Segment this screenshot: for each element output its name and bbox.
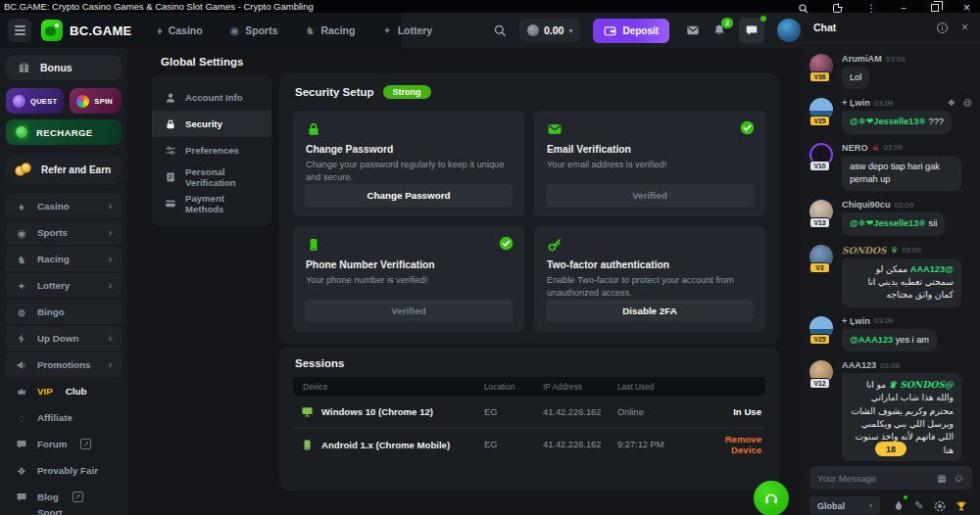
deposit-button[interactable]: Deposit bbox=[593, 19, 669, 43]
mention-link[interactable]: @❄❤Jesselle13❄ bbox=[850, 117, 926, 126]
mention-link[interactable]: @SONDOS ♛ bbox=[889, 379, 954, 390]
settings-tab-preferences[interactable]: Preferences bbox=[152, 137, 271, 164]
sidebar-item-sports[interactable]: ◉Sports› bbox=[6, 220, 122, 245]
racing-icon: ♞ bbox=[16, 254, 27, 265]
chat-username[interactable]: + Ļwin bbox=[842, 98, 870, 108]
settings-tab-personal-verification[interactable]: Personal Verification bbox=[152, 164, 271, 190]
menu-kebab-icon[interactable]: ⋮ bbox=[866, 3, 876, 14]
user-avatar[interactable] bbox=[777, 19, 801, 42]
remove-device-button[interactable]: Remove Device bbox=[715, 434, 765, 455]
chat-message: V3 SONDOS ♛ 03:09 @AAA123 ممكن لو سمحتي … bbox=[809, 245, 972, 307]
find-icon[interactable] bbox=[798, 3, 808, 14]
chevron-right-icon: › bbox=[109, 359, 112, 370]
chat-username[interactable]: NERO bbox=[842, 143, 868, 153]
devil-emoji: ☠ bbox=[872, 143, 880, 153]
chat-timestamp: 03:09 bbox=[895, 201, 914, 210]
chevron-down-icon: ▾ bbox=[568, 26, 572, 35]
level-badge: V3 bbox=[809, 262, 830, 273]
chat-rules-button[interactable]: ✎ bbox=[914, 499, 923, 512]
sidebar-item-sport-betting-insights[interactable]: ◈Sport Betting Insig...↗ bbox=[6, 511, 122, 515]
live-support-button[interactable] bbox=[754, 481, 789, 515]
sidebar-item-lottery[interactable]: ✦Lottery› bbox=[6, 273, 122, 298]
mention-link[interactable]: @❄❤Jesselle13❄ bbox=[850, 218, 926, 228]
chat-username[interactable]: ArumiAM bbox=[842, 54, 882, 64]
sessions-table-header: Device Location IP Address Last Used bbox=[293, 377, 765, 396]
browser-action-icon[interactable] bbox=[833, 4, 842, 13]
affiliate-icon: ◌ bbox=[16, 412, 27, 424]
emoji-icon[interactable]: ☺ bbox=[954, 472, 964, 484]
sidebar-item-vip-club[interactable]: VIPClub bbox=[6, 379, 122, 403]
sidebar-item-forum[interactable]: Forum↗ bbox=[6, 432, 122, 456]
sidebar-item-promotions[interactable]: Promotions› bbox=[6, 352, 122, 377]
chat-username[interactable]: Chiqui90cu bbox=[842, 200, 891, 210]
settings-tab-security[interactable]: Security bbox=[152, 111, 271, 137]
level-badge: V13 bbox=[809, 217, 830, 228]
chevron-right-icon: › bbox=[109, 254, 112, 264]
mention-link[interactable]: @AAA123 bbox=[910, 264, 954, 274]
sidebar-toggle-button[interactable] bbox=[8, 19, 31, 42]
chat-username[interactable]: + Ļwin bbox=[842, 316, 870, 326]
sidebar-recharge-button[interactable]: RECHARGE bbox=[6, 119, 122, 145]
logo[interactable]: BC.GAME bbox=[41, 20, 132, 41]
email-verified-button[interactable]: Verified bbox=[546, 184, 754, 207]
chat-toggle-button[interactable] bbox=[739, 18, 764, 43]
sidebar-item-racing[interactable]: ♞Racing› bbox=[6, 247, 122, 271]
messages-icon[interactable] bbox=[686, 23, 700, 37]
nav-casino[interactable]: ♦Casino bbox=[157, 24, 203, 36]
sidebar-item-blog[interactable]: Blog↗ bbox=[6, 485, 122, 509]
mention-icon[interactable]: @ bbox=[963, 98, 972, 108]
card-title: Email Verification bbox=[547, 144, 753, 155]
balance-selector[interactable]: 0.00 ▾ bbox=[519, 19, 580, 42]
blog-icon bbox=[16, 492, 27, 503]
chat-message-input[interactable] bbox=[817, 473, 930, 484]
chat-header: Chat × bbox=[802, 13, 980, 43]
trophy-icon[interactable] bbox=[956, 500, 967, 512]
chat-message: V25 + Ļwin 03:09 @AAA123 yes i am bbox=[809, 316, 972, 351]
chat-channel-select[interactable]: Global › bbox=[809, 496, 880, 515]
chat-username[interactable]: AAA123 bbox=[842, 360, 876, 370]
close-window-icon[interactable]: × bbox=[963, 1, 970, 15]
chevron-right-icon: › bbox=[109, 227, 112, 238]
chip-icon[interactable] bbox=[934, 500, 946, 512]
sidebar-item-casino[interactable]: ♦Casino› bbox=[6, 194, 122, 218]
card-description: Your email address is verified! bbox=[547, 159, 753, 171]
sidebar-item-bingo[interactable]: ⊚Bingo bbox=[6, 300, 122, 324]
sidebar-item-updown[interactable]: Up Down› bbox=[6, 326, 122, 351]
maximize-icon[interactable] bbox=[931, 4, 939, 12]
sidebar-bonus-button[interactable]: Bonus bbox=[6, 55, 122, 80]
verified-check-icon bbox=[499, 236, 514, 251]
spin-wheel-icon bbox=[76, 95, 89, 108]
minimize-icon[interactable]: − bbox=[901, 3, 906, 14]
phone-verified-button[interactable]: Verified bbox=[305, 300, 513, 322]
chat-panel: Chat × V36 ArumiAM 03:09 Lol V25 + Ļwin bbox=[802, 13, 980, 515]
megaphone-icon bbox=[16, 359, 27, 371]
gif-icon[interactable]: ▦ bbox=[937, 473, 946, 484]
settings-tab-payment-methods[interactable]: Payment Methods bbox=[152, 190, 271, 216]
coin-rain-button[interactable] bbox=[893, 497, 905, 515]
nav-sports[interactable]: ◉Sports bbox=[230, 24, 278, 37]
sidebar-item-provably-fair[interactable]: ❖Provably Fair bbox=[6, 458, 122, 483]
tip-icon[interactable]: ❖ bbox=[948, 98, 956, 108]
info-icon[interactable] bbox=[936, 22, 949, 34]
close-chat-icon[interactable]: × bbox=[961, 21, 968, 34]
sidebar-item-affiliate[interactable]: ◌Affiliate bbox=[6, 405, 122, 430]
chat-bubble: @AAA123 ممكن لو سمحتي تعطيه يديني انا كم… bbox=[842, 258, 961, 307]
unread-count-pill[interactable]: 18 bbox=[875, 442, 906, 456]
disable-2fa-button[interactable]: Disable 2FA bbox=[546, 300, 754, 322]
chat-message: V25 + Ļwin 03:09 ❖@ @❄❤Jesselle13❄ ??? bbox=[809, 98, 972, 133]
sidebar-refer-and-earn[interactable]: Refer and Earn bbox=[6, 155, 122, 184]
level-badge: V25 bbox=[809, 334, 830, 345]
chat-username[interactable]: SONDOS bbox=[842, 245, 887, 256]
mention-link[interactable]: @AAA123 bbox=[850, 335, 893, 345]
card-email-verification: Email Verification Your email address is… bbox=[534, 111, 765, 216]
change-password-button[interactable]: Change Password bbox=[305, 184, 513, 207]
sidebar-quest-button[interactable]: QUEST bbox=[6, 88, 64, 114]
sidebar-spin-button[interactable]: SPIN bbox=[70, 88, 122, 114]
nav-lottery[interactable]: ✦Lottery bbox=[382, 24, 432, 37]
notifications-button[interactable]: 2 bbox=[712, 23, 726, 37]
nav-racing[interactable]: ♞Racing bbox=[306, 24, 356, 37]
strength-badge: Strong bbox=[383, 85, 431, 99]
settings-tab-account-info[interactable]: Account Info bbox=[152, 84, 271, 111]
recharge-icon bbox=[16, 126, 27, 138]
search-icon[interactable] bbox=[493, 23, 507, 37]
